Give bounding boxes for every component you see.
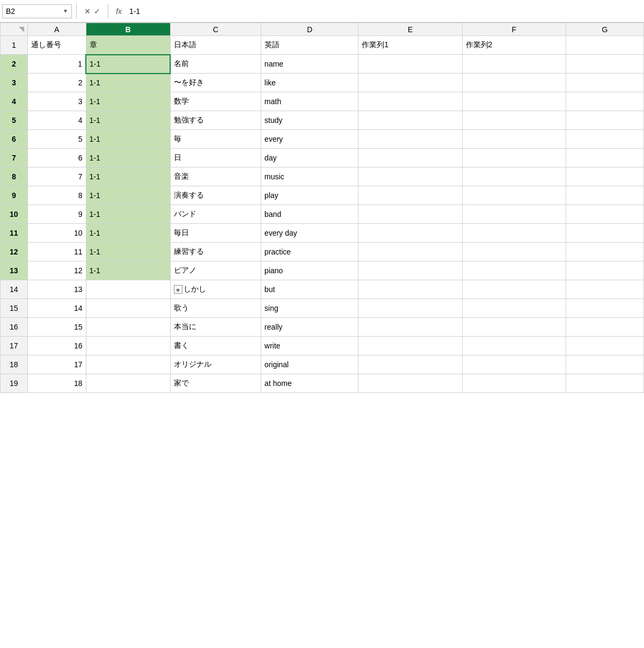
cell-b17[interactable] <box>86 337 170 355</box>
cell-e14[interactable] <box>358 280 462 299</box>
cell-e11[interactable] <box>358 224 462 243</box>
cell-c10[interactable]: バンド <box>170 205 261 224</box>
cell-d1[interactable]: 英語 <box>261 36 358 55</box>
cell-g12[interactable] <box>566 243 643 261</box>
row-header-4[interactable]: 4 <box>1 92 28 111</box>
cell-d7[interactable]: day <box>261 149 358 168</box>
cell-d2[interactable]: name <box>261 55 358 74</box>
cell-b7[interactable]: 1-1 <box>86 149 170 168</box>
cell-b2[interactable]: 1-1 <box>86 55 170 74</box>
cell-f6[interactable] <box>462 130 566 149</box>
cell-b1[interactable]: 章 <box>86 36 170 55</box>
cell-d3[interactable]: like <box>261 74 358 92</box>
row-header-11[interactable]: 11 <box>1 224 28 243</box>
cell-e13[interactable] <box>358 261 462 280</box>
row-header-12[interactable]: 12 <box>1 243 28 261</box>
row-header-1[interactable]: 1 <box>1 36 28 55</box>
cell-b14[interactable] <box>86 280 170 299</box>
cell-b5[interactable]: 1-1 <box>86 111 170 130</box>
cell-f10[interactable] <box>462 205 566 224</box>
cell-a3[interactable]: 2 <box>27 74 86 92</box>
cell-d18[interactable]: original <box>261 355 358 374</box>
cell-e19[interactable] <box>358 374 462 393</box>
cell-d15[interactable]: sing <box>261 299 358 318</box>
row-header-2[interactable]: 2 <box>1 55 28 74</box>
col-header-b[interactable]: B <box>86 23 170 36</box>
cell-d13[interactable]: piano <box>261 261 358 280</box>
cell-f7[interactable] <box>462 149 566 168</box>
cell-c18[interactable]: オリジナル <box>170 355 261 374</box>
name-box[interactable]: B2 ▼ <box>2 4 72 18</box>
row-header-15[interactable]: 15 <box>1 299 28 318</box>
cell-a10[interactable]: 9 <box>27 205 86 224</box>
col-header-f[interactable]: F <box>462 23 566 36</box>
cell-c11[interactable]: 毎日 <box>170 224 261 243</box>
cell-a2[interactable]: 1 <box>27 55 86 74</box>
cell-a18[interactable]: 17 <box>27 355 86 374</box>
row-header-8[interactable]: 8 <box>1 168 28 186</box>
cell-e17[interactable] <box>358 337 462 355</box>
cell-b11[interactable]: 1-1 <box>86 224 170 243</box>
cell-f12[interactable] <box>462 243 566 261</box>
cell-e4[interactable] <box>358 92 462 111</box>
cell-b6[interactable]: 1-1 <box>86 130 170 149</box>
row-header-16[interactable]: 16 <box>1 318 28 337</box>
cell-a13[interactable]: 12 <box>27 261 86 280</box>
cell-f8[interactable] <box>462 168 566 186</box>
cell-f17[interactable] <box>462 337 566 355</box>
cell-g14[interactable] <box>566 280 643 299</box>
cell-g8[interactable] <box>566 168 643 186</box>
cell-f13[interactable] <box>462 261 566 280</box>
cell-c16[interactable]: 本当に <box>170 318 261 337</box>
formula-input[interactable] <box>127 4 642 18</box>
cell-g2[interactable] <box>566 55 643 74</box>
cell-a8[interactable]: 7 <box>27 168 86 186</box>
col-header-d[interactable]: D <box>261 23 358 36</box>
cell-b9[interactable]: 1-1 <box>86 186 170 205</box>
cell-e10[interactable] <box>358 205 462 224</box>
cell-f18[interactable] <box>462 355 566 374</box>
cell-c2[interactable]: 名前 <box>170 55 261 74</box>
cell-b19[interactable] <box>86 374 170 393</box>
row-header-3[interactable]: 3 <box>1 74 28 92</box>
cell-g17[interactable] <box>566 337 643 355</box>
col-header-g[interactable]: G <box>566 23 643 36</box>
cell-e2[interactable] <box>358 55 462 74</box>
cell-g15[interactable] <box>566 299 643 318</box>
cell-c6[interactable]: 毎 <box>170 130 261 149</box>
cell-b12[interactable]: 1-1 <box>86 243 170 261</box>
cell-g5[interactable] <box>566 111 643 130</box>
cell-g10[interactable] <box>566 205 643 224</box>
cell-b15[interactable] <box>86 299 170 318</box>
cell-c3[interactable]: 〜を好き <box>170 74 261 92</box>
cell-e16[interactable] <box>358 318 462 337</box>
row-header-17[interactable]: 17 <box>1 337 28 355</box>
cell-f19[interactable] <box>462 374 566 393</box>
row-header-7[interactable]: 7 <box>1 149 28 168</box>
cell-f16[interactable] <box>462 318 566 337</box>
cell-c5[interactable]: 勉強する <box>170 111 261 130</box>
cell-c13[interactable]: ピアノ <box>170 261 261 280</box>
cell-d17[interactable]: write <box>261 337 358 355</box>
cell-b16[interactable] <box>86 318 170 337</box>
cell-e1[interactable]: 作業列1 <box>358 36 462 55</box>
cell-d12[interactable]: practice <box>261 243 358 261</box>
cell-f4[interactable] <box>462 92 566 111</box>
row-header-19[interactable]: 19 <box>1 374 28 393</box>
cell-g16[interactable] <box>566 318 643 337</box>
cell-d16[interactable]: really <box>261 318 358 337</box>
cell-e3[interactable] <box>358 74 462 92</box>
cell-d10[interactable]: band <box>261 205 358 224</box>
cell-d14[interactable]: but <box>261 280 358 299</box>
confirm-icon[interactable]: ✓ <box>94 7 100 16</box>
cell-b13[interactable]: 1-1 <box>86 261 170 280</box>
row-header-14[interactable]: 14 <box>1 280 28 299</box>
cell-g7[interactable] <box>566 149 643 168</box>
cell-f2[interactable] <box>462 55 566 74</box>
cell-g19[interactable] <box>566 374 643 393</box>
name-box-dropdown-icon[interactable]: ▼ <box>63 8 68 14</box>
cell-d6[interactable]: every <box>261 130 358 149</box>
cell-a17[interactable]: 16 <box>27 337 86 355</box>
col-header-e[interactable]: E <box>358 23 462 36</box>
cell-e12[interactable] <box>358 243 462 261</box>
